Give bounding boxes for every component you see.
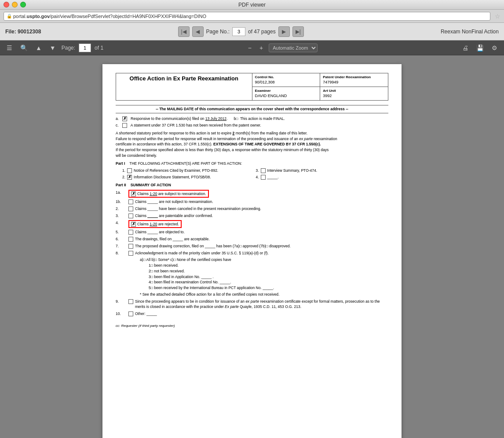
pdf-page-label: Page: xyxy=(62,45,75,51)
att-2-checkbox xyxy=(127,175,132,180)
checkbox-c xyxy=(122,123,127,128)
next-pdf-button[interactable]: ▼ xyxy=(47,43,58,52)
zoom-in-button[interactable]: + xyxy=(257,43,265,52)
patent-value: 7479949 xyxy=(323,80,385,85)
att-2-label: 2. xyxy=(122,174,125,180)
item-1b-text: Claims _____ are not subject to reexamin… xyxy=(135,199,213,205)
att-3-label: 3. xyxy=(256,168,259,174)
item-10-label: 10. xyxy=(116,311,127,317)
item-4-checkbox xyxy=(131,222,136,227)
control-no-label: Control No. xyxy=(255,75,318,80)
item-c-text: A statement under 37 CFR 1.530 has not b… xyxy=(131,123,261,128)
part-i-section: Part I THE FOLLOWING ATTACHMENT(S) ARE P… xyxy=(116,161,388,180)
page-navigation: |◀ ◀ Page No.: of 47 pages ▶ ▶| xyxy=(178,26,304,37)
mailing-notice: -- The MAILING DATE of this communicatio… xyxy=(116,105,388,114)
attachment-grid: 1. Notice of References Cited by Examine… xyxy=(122,168,388,180)
item-4-highlight: Claims 1-20 are rejected. xyxy=(128,220,182,228)
item-7-label: 7. xyxy=(116,243,127,249)
titlebar: PDF viewer xyxy=(0,0,504,10)
maximize-button[interactable] xyxy=(20,2,26,7)
ex-parte-text: ex parte xyxy=(299,137,313,141)
download-button[interactable]: 💾 xyxy=(474,43,486,52)
item-1a-row: 1a. Claims 1-20 are subject to reexamina… xyxy=(116,190,388,198)
last-page-button[interactable]: ▶| xyxy=(292,26,304,37)
art-unit-label: Art Unit xyxy=(323,88,385,93)
statutory-text: A shortened statutory period for respons… xyxy=(116,130,388,159)
filebar: File: 90012308 |◀ ◀ Page No.: of 47 page… xyxy=(0,23,504,40)
sub1-text: 1□ been received. xyxy=(149,263,388,268)
zoom-out-button[interactable]: − xyxy=(246,43,254,52)
item-9-label: 9. xyxy=(116,299,127,304)
item-2-row: 2. Claims _____ have been canceled in th… xyxy=(116,206,388,212)
part-ii-label: Part II xyxy=(116,182,126,188)
prev-pdf-button[interactable]: ▲ xyxy=(33,43,44,52)
item-9-checkbox xyxy=(128,299,133,304)
item-6-checkbox xyxy=(128,237,133,242)
bookmark-icon[interactable]: ☆ xyxy=(495,13,500,20)
att-3-text: Interview Summary, PTO-474. xyxy=(267,168,318,174)
item-5-checkbox xyxy=(128,230,133,235)
sub3-text: 3□ been filed in Application No. _____ . xyxy=(149,274,388,280)
item-1b-checkbox xyxy=(128,199,133,204)
response-section: a. Responsive to the communication(s) fi… xyxy=(116,116,388,128)
period-months: 2 xyxy=(233,131,235,135)
item-a-label: a. xyxy=(116,116,119,122)
item-4-text: Claims 1-20 are rejected. xyxy=(137,221,179,227)
addressbar: 🔒 portal.uspto.gov/pair/view/BrowsePdfSe… xyxy=(0,10,504,23)
action-label: Reexam NonFinal Action xyxy=(441,29,499,35)
file-label: File: 90012308 xyxy=(5,29,41,35)
att-row-1: 1. Notice of References Cited by Examine… xyxy=(122,168,255,174)
first-page-button[interactable]: |◀ xyxy=(178,26,190,37)
item-4-label: 4. xyxy=(116,220,127,226)
item-10-checkbox xyxy=(128,311,133,316)
print-button[interactable]: 🖨 xyxy=(460,43,471,52)
search-button[interactable]: 🔍 xyxy=(18,43,30,52)
item-1a-highlight: Claims 1-20 are subject to reexamination… xyxy=(128,190,209,198)
item-8-row: 8. Acknowledgment is made of the priorit… xyxy=(116,250,388,256)
att-4-checkbox xyxy=(261,175,266,180)
item-8a-section: a)□ All b)□ Some* c)□ None of the certif… xyxy=(140,257,388,297)
pdf-page-input[interactable] xyxy=(79,43,91,52)
item-6-text: The drawings, filed on _____ are accepta… xyxy=(135,236,210,242)
control-no-value: 90/012,308 xyxy=(255,80,318,85)
att-row-3: 3. Interview Summary, PTO-474. xyxy=(256,168,389,174)
zoom-select[interactable]: Automatic Zoom 50% 75% 100% 125% 150% xyxy=(269,43,318,52)
close-button[interactable] xyxy=(4,2,9,7)
lock-icon: 🔒 xyxy=(7,14,12,18)
item-6-label: 6. xyxy=(116,236,127,242)
window-controls[interactable] xyxy=(4,2,26,7)
document-header-table: Office Action in Ex Parte Reexamination … xyxy=(116,73,388,101)
star-note: * See the attached detailed Office actio… xyxy=(140,292,388,297)
sub5-text: 5□ been received by the International Bu… xyxy=(149,285,388,291)
next-page-button[interactable]: ▶ xyxy=(278,26,290,37)
item-5-row: 5. Claims _____ are objected to. xyxy=(116,229,388,235)
item-10-text: Other: _____ xyxy=(135,311,157,317)
document-title: Office Action in Ex Parte Reexamination xyxy=(130,75,238,82)
address-field[interactable]: 🔒 portal.uspto.gov/pair/view/BrowsePdfSe… xyxy=(4,12,490,21)
minimize-button[interactable] xyxy=(12,2,18,7)
item-1a-checkbox xyxy=(131,192,136,196)
item-8a-text: a)□ All b)□ Some* c)□ None of the certif… xyxy=(140,257,388,263)
document: Office Action in Ex Parte Reexamination … xyxy=(102,64,402,438)
item-9-row: 9. Since the proceeding appears to be in… xyxy=(116,299,388,310)
art-unit-value: 3992 xyxy=(323,93,385,99)
item-3-checkbox xyxy=(128,214,133,218)
tools-button[interactable]: ⚙ xyxy=(489,43,500,52)
patent-label: Patent Under Reexamination xyxy=(323,75,385,80)
item-1b-row: 1b. Claims _____ are not subject to reex… xyxy=(116,199,388,205)
extensions-text: EXTENSIONS OF TIME ARE GOVERNED BY 37 CF… xyxy=(213,142,321,146)
item-3-label: 3. xyxy=(116,213,127,219)
prev-page-button[interactable]: ◀ xyxy=(192,26,204,37)
pdf-of-label: of 1 xyxy=(95,45,103,51)
pdf-toolbar: ☰ 🔍 ▲ ▼ Page: of 1 − + Automatic Zoom 50… xyxy=(0,40,504,55)
att-row-4: 4. _____. xyxy=(256,174,389,180)
sidebar-toggle-button[interactable]: ☰ xyxy=(4,43,15,52)
item-8-checkbox xyxy=(128,251,133,256)
part-ii-section: Part II SUMMARY OF ACTION 1a. Claims 1-2… xyxy=(116,182,388,317)
item-3-row: 3. Claims _____ are patentable and/or co… xyxy=(116,213,388,219)
item-c-label: c. xyxy=(116,123,119,128)
page-number-input[interactable] xyxy=(232,27,245,36)
sub4-text: 4□ been filed in reexamination Control N… xyxy=(149,279,388,285)
item-4-row: 4. Claims 1-20 are rejected. xyxy=(116,220,388,228)
item-6-row: 6. The drawings, filed on _____ are acce… xyxy=(116,236,388,242)
